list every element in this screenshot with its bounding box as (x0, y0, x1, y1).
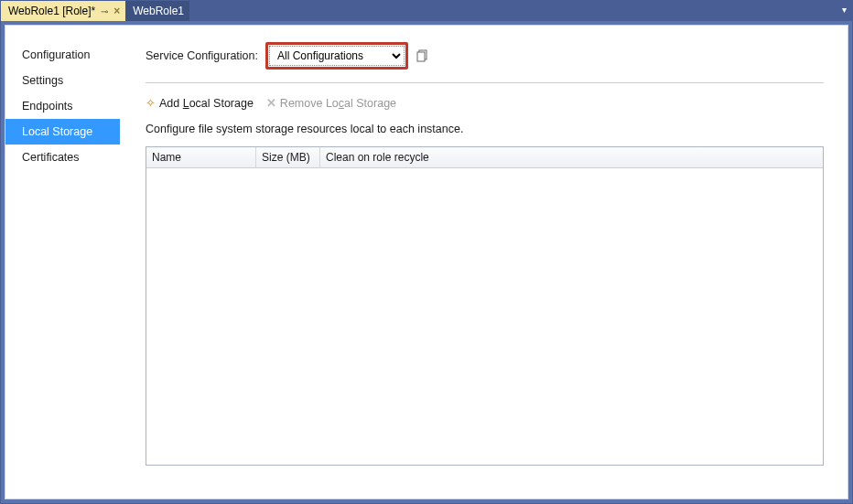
remove-label: Remove Local Storage (280, 97, 396, 110)
svg-rect-1 (417, 52, 425, 61)
toolbar: ✧ Add Local Storage ✕ Remove Local Stora… (146, 96, 824, 110)
column-header-name[interactable]: Name (146, 147, 256, 167)
tab-label: WebRole1 (133, 5, 184, 17)
document-tab-bar: WebRole1 [Role]* ⊸ × WebRole1 ▾ (1, 1, 852, 21)
add-local-storage-button[interactable]: ✧ Add Local Storage (146, 96, 254, 110)
delete-icon: ✕ (266, 96, 276, 110)
sidebar-item-settings[interactable]: Settings (5, 68, 120, 93)
content: Configuration Settings Endpoints Local S… (5, 25, 848, 499)
column-header-clean[interactable]: Clean on role recycle (320, 147, 823, 167)
grid-header: Name Size (MB) Clean on role recycle (146, 147, 823, 168)
pin-icon[interactable]: ⊸ (101, 6, 108, 16)
service-config-label: Service Configuration: (146, 49, 258, 62)
divider (146, 82, 824, 83)
service-config-row: Service Configuration: All Configuration… (146, 42, 824, 70)
sidebar: Configuration Settings Endpoints Local S… (5, 26, 120, 499)
add-icon: ✧ (146, 96, 156, 110)
sidebar-item-certificates[interactable]: Certificates (5, 145, 120, 170)
spacer (146, 466, 824, 482)
sidebar-item-configuration[interactable]: Configuration (5, 42, 120, 68)
tab-webrole-role[interactable]: WebRole1 [Role]* ⊸ × (1, 1, 125, 21)
sidebar-item-local-storage[interactable]: Local Storage (5, 119, 120, 145)
copy-icon (416, 49, 429, 62)
column-header-size[interactable]: Size (MB) (256, 147, 320, 167)
manage-configs-icon[interactable] (416, 48, 430, 63)
service-config-highlight: All Configurations (265, 42, 408, 70)
tab-label: WebRole1 [Role]* (8, 5, 95, 17)
sidebar-item-endpoints[interactable]: Endpoints (5, 93, 120, 119)
local-storage-grid[interactable]: Name Size (MB) Clean on role recycle (146, 146, 824, 466)
add-label: Add Local Storage (159, 97, 254, 110)
main-panel: Service Configuration: All Configuration… (120, 26, 848, 499)
content-frame: Configuration Settings Endpoints Local S… (1, 21, 852, 503)
description: Configure file system storage resources … (146, 123, 824, 135)
grid-body (146, 168, 823, 465)
close-icon[interactable]: × (113, 5, 120, 17)
service-config-select[interactable]: All Configurations (269, 46, 405, 66)
remove-local-storage-button: ✕ Remove Local Storage (266, 96, 396, 110)
tab-overflow-icon[interactable]: ▾ (842, 5, 847, 15)
window: WebRole1 [Role]* ⊸ × WebRole1 ▾ Configur… (0, 0, 853, 504)
tab-webrole[interactable]: WebRole1 (125, 1, 189, 21)
